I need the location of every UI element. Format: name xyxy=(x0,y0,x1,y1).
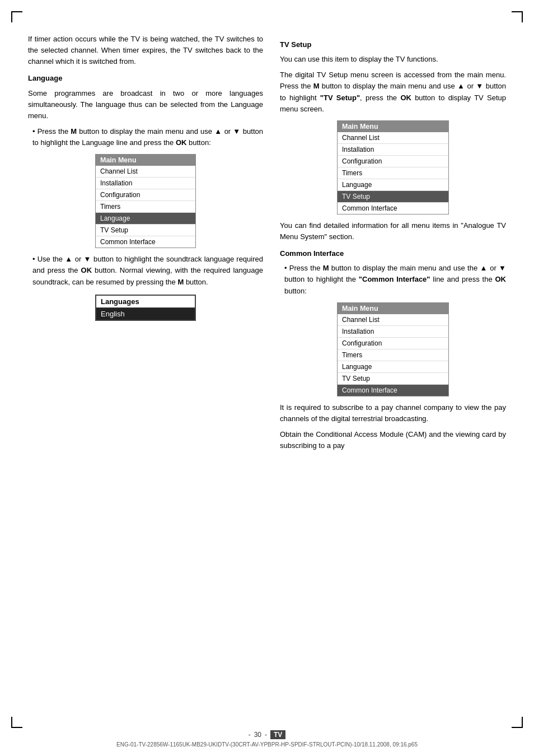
menu3-item-channel-list: Channel List xyxy=(338,314,448,326)
menu3-item-language: Language xyxy=(338,361,448,373)
page-number: - 30 - TV xyxy=(249,730,286,739)
m-button-ref2: M xyxy=(177,278,184,286)
common-interface-heading: Common Interface xyxy=(280,248,506,259)
m-button-ref1: M xyxy=(71,127,77,136)
menu1-item-language: Language xyxy=(96,213,195,225)
menu3-item-timers: Timers xyxy=(338,349,448,361)
tv-setup-para3: You can find detailed information for al… xyxy=(280,220,506,242)
tv-setup-heading: TV Setup xyxy=(280,39,506,50)
corner-mark-br xyxy=(512,717,523,728)
main-menu-1: Main Menu Channel List Installation Conf… xyxy=(95,154,196,248)
ok-button-ref2: OK xyxy=(81,266,92,274)
menu2-item-channel-list: Channel List xyxy=(338,132,448,144)
tv-badge: TV xyxy=(270,730,285,739)
bottom-bar: - 30 - TV xyxy=(0,730,534,739)
ci-ref: "Common Interface" xyxy=(359,275,430,283)
menu3-item-configuration: Configuration xyxy=(338,338,448,349)
left-column: If timer action occurs while the TV is b… xyxy=(28,34,263,456)
menu2-item-ci: Common Interface xyxy=(338,203,448,214)
two-column-layout: If timer action occurs while the TV is b… xyxy=(28,34,506,456)
use-bullet: Use the ▲ or ▼ button to highlight the s… xyxy=(32,254,263,287)
language-para1: Some programmes are broadcast in two or … xyxy=(28,88,263,122)
menu1-item-installation: Installation xyxy=(96,178,195,189)
ok-ref4: OK xyxy=(495,275,506,283)
language-bullet: Press the M button to display the main m… xyxy=(32,126,263,148)
ci-para1: It is required to subscribe to a pay cha… xyxy=(280,402,506,424)
corner-mark-bl xyxy=(11,717,22,728)
menu1-item-configuration: Configuration xyxy=(96,189,195,201)
english-item: English xyxy=(96,308,195,320)
ok-button-ref1: OK xyxy=(176,138,187,147)
main-menu-3: Main Menu Channel List Installation Conf… xyxy=(337,302,449,396)
languages-box: Languages English xyxy=(95,295,196,321)
intro-text: If timer action occurs while the TV is b… xyxy=(28,34,263,67)
menu3-item-installation: Installation xyxy=(338,326,448,338)
ci-bullet: Press the M button to display the main m… xyxy=(284,263,506,296)
languages-header: Languages xyxy=(96,296,195,308)
tvsetup-ref: "TV Setup" xyxy=(320,94,360,102)
menu2-item-installation: Installation xyxy=(338,144,448,156)
main-menu-2: Main Menu Channel List Installation Conf… xyxy=(337,120,449,214)
menu3-header: Main Menu xyxy=(338,303,448,314)
menu1-item-ci: Common Interface xyxy=(96,236,195,248)
right-column: TV Setup You can use this item to displa… xyxy=(280,34,506,456)
tv-setup-para2: The digital TV Setup menu screen is acce… xyxy=(280,69,506,115)
menu1-item-timers: Timers xyxy=(96,201,195,213)
ci-para2: Obtain the Conditional Access Module (CA… xyxy=(280,429,506,451)
menu1-item-channel-list: Channel List xyxy=(96,166,195,178)
page-num-text: 30 xyxy=(254,731,261,739)
menu2-header: Main Menu xyxy=(338,121,448,132)
menu2-item-language: Language xyxy=(338,179,448,191)
language-heading: Language xyxy=(28,73,263,84)
menu1-item-tvsetup: TV Setup xyxy=(96,225,195,236)
m-ref3: M xyxy=(313,82,320,90)
page-dash-right: - xyxy=(265,731,267,739)
menu3-item-tvsetup: TV Setup xyxy=(338,373,448,385)
menu1-header: Main Menu xyxy=(96,155,195,166)
corner-mark-tl xyxy=(11,11,22,22)
corner-mark-tr xyxy=(512,11,523,22)
file-reference: ENG-01-TV-22856W-1165UK-MB29-UKIDTV-(30C… xyxy=(28,741,506,748)
menu2-item-timers: Timers xyxy=(338,167,448,179)
page-dash-left: - xyxy=(249,731,251,739)
tv-setup-para1: You can use this item to display the TV … xyxy=(280,54,506,65)
menu3-item-ci: Common Interface xyxy=(338,385,448,396)
menu2-item-tvsetup: TV Setup xyxy=(338,191,448,203)
menu2-item-configuration: Configuration xyxy=(338,156,448,167)
m-ref4: M xyxy=(323,264,329,272)
ok-ref3: OK xyxy=(400,94,411,102)
page: If timer action occurs while the TV is b… xyxy=(0,0,534,756)
